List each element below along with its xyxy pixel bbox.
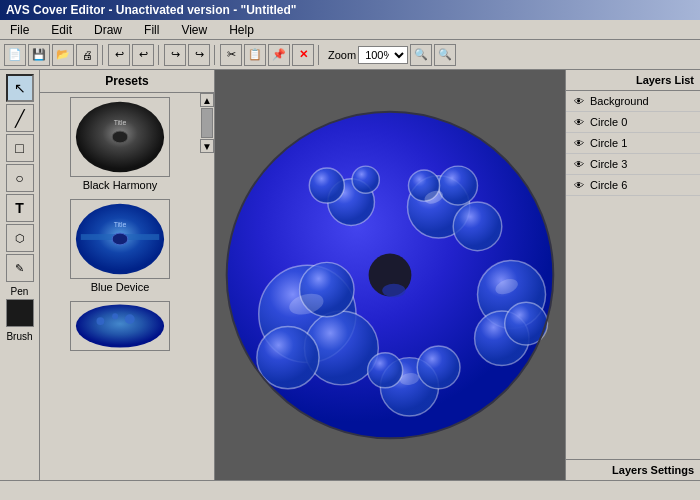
sep3	[214, 45, 216, 65]
menu-draw[interactable]: Draw	[88, 21, 128, 39]
polygon-tool[interactable]: ⬡	[6, 224, 34, 252]
sep2	[158, 45, 160, 65]
layer-circle1[interactable]: 👁 Circle 1	[566, 133, 700, 154]
svg-point-9	[112, 313, 118, 319]
title-text: AVS Cover Editor - Unactivated version -…	[6, 3, 297, 17]
menu-bar: File Edit Draw Fill View Help	[0, 20, 700, 40]
layer-circle1-eye[interactable]: 👁	[572, 136, 586, 150]
layer-circle3-name: Circle 3	[590, 158, 627, 170]
disc-canvas[interactable]	[215, 95, 565, 455]
menu-view[interactable]: View	[175, 21, 213, 39]
ellipse-tool[interactable]: ○	[6, 164, 34, 192]
preset-black-harmony-thumb: Title	[70, 97, 170, 177]
svg-point-16	[439, 166, 478, 205]
svg-point-29	[417, 346, 460, 389]
svg-point-1	[112, 131, 128, 143]
layer-circle3[interactable]: 👁 Circle 3	[566, 154, 700, 175]
preset-third[interactable]	[44, 301, 196, 351]
toolbar: 📄 💾 📂 🖨 ↩ ↩ ↪ ↪ ✂ 📋 📌 ✕ Zoom 100% 75% 50…	[0, 40, 700, 70]
layers-panel: Layers List 👁 Background 👁 Circle 0 👁 Ci…	[565, 70, 700, 480]
menu-help[interactable]: Help	[223, 21, 260, 39]
zoom-out-button[interactable]: 🔍	[410, 44, 432, 66]
menu-edit[interactable]: Edit	[45, 21, 78, 39]
pen-tool[interactable]: ✎	[6, 254, 34, 282]
preset-black-harmony[interactable]: Title Black Harmony	[44, 97, 196, 191]
layer-circle0-name: Circle 0	[590, 116, 627, 128]
copy-button[interactable]: 📋	[244, 44, 266, 66]
svg-point-13	[382, 284, 405, 298]
layer-circle0-eye[interactable]: 👁	[572, 115, 586, 129]
save-button[interactable]: 💾	[28, 44, 50, 66]
preset-third-thumb	[70, 301, 170, 351]
main-area: ↖ ╱ □ ○ T ⬡ ✎ Pen Brush Presets	[0, 70, 700, 480]
zoom-in-button[interactable]: 🔍	[434, 44, 456, 66]
layer-circle1-name: Circle 1	[590, 137, 627, 149]
svg-text:Title: Title	[114, 221, 127, 228]
layer-circle3-eye[interactable]: 👁	[572, 157, 586, 171]
menu-fill[interactable]: Fill	[138, 21, 165, 39]
zoom-select[interactable]: 100% 75% 50% 150%	[358, 46, 408, 64]
preset-blue-device-name: Blue Device	[91, 281, 150, 293]
layer-background[interactable]: 👁 Background	[566, 91, 700, 112]
svg-point-20	[352, 166, 379, 193]
text-tool[interactable]: T	[6, 194, 34, 222]
preset-blue-device[interactable]: Title Blue Device	[44, 199, 196, 293]
line-tool[interactable]: ╱	[6, 104, 34, 132]
zoom-label: Zoom	[328, 49, 356, 61]
canvas-area	[215, 70, 565, 480]
svg-point-5	[112, 233, 128, 245]
svg-point-19	[309, 168, 344, 203]
title-bar: AVS Cover Editor - Unactivated version -…	[0, 0, 700, 20]
svg-point-7	[76, 304, 164, 347]
layers-settings[interactable]: Layers Settings	[566, 459, 700, 480]
svg-point-30	[368, 353, 403, 388]
tools-panel: ↖ ╱ □ ○ T ⬡ ✎ Pen Brush	[0, 70, 40, 480]
svg-point-8	[96, 317, 104, 325]
delete-button[interactable]: ✕	[292, 44, 314, 66]
scroll-thumb[interactable]	[201, 108, 213, 138]
menu-file[interactable]: File	[4, 21, 35, 39]
paste-button[interactable]: 📌	[268, 44, 290, 66]
layer-background-name: Background	[590, 95, 649, 107]
sep1	[102, 45, 104, 65]
status-bar	[0, 480, 700, 500]
svg-point-10	[125, 314, 135, 324]
print-button[interactable]: 🖨	[76, 44, 98, 66]
layer-circle0[interactable]: 👁 Circle 0	[566, 112, 700, 133]
rectangle-tool[interactable]: □	[6, 134, 34, 162]
layer-background-eye[interactable]: 👁	[572, 94, 586, 108]
svg-text:Title: Title	[114, 119, 127, 126]
redo-button[interactable]: ↪	[164, 44, 186, 66]
layer-circle6[interactable]: 👁 Circle 6	[566, 175, 700, 196]
brush-label: Brush	[6, 331, 32, 342]
presets-list: Title Black Harmony	[40, 93, 200, 480]
pen-color-preview[interactable]	[6, 299, 34, 327]
select-tool[interactable]: ↖	[6, 74, 34, 102]
new-button[interactable]: 📄	[4, 44, 26, 66]
preset-black-harmony-name: Black Harmony	[83, 179, 158, 191]
undo2-button[interactable]: ↩	[132, 44, 154, 66]
redo2-button[interactable]: ↪	[188, 44, 210, 66]
svg-point-26	[257, 327, 319, 389]
pen-label: Pen	[11, 286, 29, 297]
open-button[interactable]: 📂	[52, 44, 74, 66]
cut-button[interactable]: ✂	[220, 44, 242, 66]
svg-point-15	[453, 202, 502, 251]
sep4	[318, 45, 320, 65]
undo-button[interactable]: ↩	[108, 44, 130, 66]
layer-circle6-eye[interactable]: 👁	[572, 178, 586, 192]
presets-panel: Presets	[40, 70, 215, 480]
preset-blue-device-thumb: Title	[70, 199, 170, 279]
layer-circle6-name: Circle 6	[590, 179, 627, 191]
presets-header: Presets	[40, 70, 214, 93]
presets-scrollbar[interactable]: ▲ ▼	[200, 93, 214, 480]
layers-title: Layers List	[566, 70, 700, 91]
